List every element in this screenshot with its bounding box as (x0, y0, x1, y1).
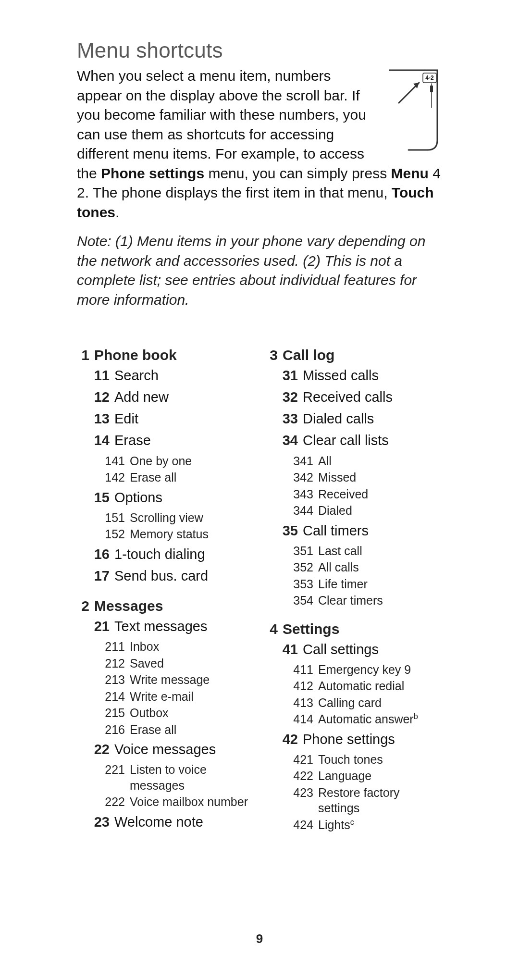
menu-item-row: 13Edit (77, 409, 254, 428)
sub-item-label: One by one (130, 453, 254, 469)
sub-item-row: 151Scrolling view (77, 510, 254, 526)
sub-item-number: 351 (265, 543, 313, 559)
item-number: 35 (265, 521, 298, 540)
sub-item-row: 221Listen to voice messages (77, 762, 254, 793)
svg-rect-3 (430, 86, 433, 92)
sub-item-number: 151 (77, 510, 125, 526)
sub-item-label: Dialed (318, 503, 442, 519)
sub-item-label: Write e-mail (130, 689, 254, 705)
menu-item: 31Missed calls (265, 366, 442, 385)
menu-item: 35Call timers351Last call352All calls353… (265, 521, 442, 608)
sub-item-row: 351Last call (265, 543, 442, 559)
item-number: 33 (265, 409, 298, 428)
sub-item-number: 141 (77, 453, 125, 469)
left-column: 1Phone book11Search12Add new13Edit14Eras… (77, 347, 254, 834)
note-paragraph: Note: (1) Menu items in your phone vary … (77, 232, 442, 310)
section-label: Settings (283, 621, 339, 637)
menu-item-row: 14Erase (77, 431, 254, 450)
sub-item-label: Erase all (130, 722, 254, 738)
sub-item-number: 216 (77, 722, 125, 738)
item-number: 42 (265, 730, 298, 749)
sub-item-list: 351Last call352All calls353Life timer354… (265, 543, 442, 608)
sub-item-list: 221Listen to voice messages222Voice mail… (77, 762, 254, 810)
sub-item-label: Life timer (318, 576, 442, 592)
sub-item-row: 413Calling card (265, 695, 442, 711)
sub-item-row: 423Restore factory settings (265, 785, 442, 816)
item-number: 23 (77, 813, 110, 831)
sub-item-row: 343Received (265, 486, 442, 502)
sub-item-label: Missed (318, 470, 442, 485)
sub-item-number: 341 (265, 453, 313, 469)
sub-item-label: Restore factory settings (318, 785, 442, 816)
sub-item-label: Language (318, 768, 442, 784)
item-label: Add new (114, 388, 254, 407)
section-number: 4 (265, 621, 278, 637)
sub-item-row: 354Clear timers (265, 593, 442, 608)
sub-item-row: 424Lightsc (265, 817, 442, 833)
intro-text-2: menu, you can simply press (204, 165, 391, 181)
sub-item-row: 421Touch tones (265, 752, 442, 768)
sub-item-label: All calls (318, 559, 442, 575)
section-head: 1Phone book (77, 347, 254, 363)
item-list: 21Text messages211Inbox212Saved213Write … (77, 617, 254, 831)
item-number: 16 (77, 545, 110, 564)
section-head: 4Settings (265, 621, 442, 637)
sub-item-label: Inbox (130, 639, 254, 655)
right-column: 3Call log31Missed calls32Received calls3… (265, 347, 442, 834)
page-number: 9 (0, 931, 519, 946)
sub-item-number: 142 (77, 470, 125, 485)
sub-item-number: 421 (265, 752, 313, 768)
sub-item-list: 341All342Missed343Received344Dialed (265, 453, 442, 519)
footnote-marker: b (414, 712, 418, 720)
sub-item-row: 211Inbox (77, 639, 254, 655)
intro-text-1: When you select a menu item, numbers app… (77, 68, 366, 181)
item-number: 17 (77, 567, 110, 585)
section-label: Call log (283, 347, 334, 363)
sub-item-row: 352All calls (265, 559, 442, 575)
sub-item-number: 424 (265, 817, 313, 833)
sub-item-label: Calling card (318, 695, 442, 711)
section-number: 1 (77, 347, 89, 363)
sub-item-number: 414 (265, 711, 313, 727)
sub-item-label: Memory status (130, 526, 254, 542)
section-head: 2Messages (77, 598, 254, 614)
item-label: Send bus. card (114, 567, 254, 585)
sub-item-label: Scrolling view (130, 510, 254, 526)
menu-item: 12Add new (77, 388, 254, 407)
menu-item: 42Phone settings421Touch tones422Languag… (265, 730, 442, 833)
sub-item-row: 412Automatic redial (265, 678, 442, 694)
sub-item-number: 213 (77, 672, 125, 688)
sub-item-label: Write message (130, 672, 254, 688)
sub-item-row: 212Saved (77, 656, 254, 671)
menu-item: 33Dialed calls (265, 409, 442, 428)
sub-item-number: 215 (77, 705, 125, 721)
sub-item-list: 211Inbox212Saved213Write message214Write… (77, 639, 254, 737)
item-list: 31Missed calls32Received calls33Dialed c… (265, 366, 442, 608)
page: Menu shortcuts 4-2 When you select a men… (0, 0, 519, 980)
menu-item-row: 12Add new (77, 388, 254, 407)
item-label: Missed calls (303, 366, 442, 385)
sub-item-label: Erase all (130, 470, 254, 485)
sub-item-label: Last call (318, 543, 442, 559)
menu-item: 15Options151Scrolling view152Memory stat… (77, 488, 254, 542)
sub-item-row: 341All (265, 453, 442, 469)
display-illustration: 4-2 (389, 69, 442, 153)
sub-item-row: 141One by one (77, 453, 254, 469)
item-label: 1-touch dialing (114, 545, 254, 564)
sub-item-number: 222 (77, 794, 125, 810)
menu-item: 14Erase141One by one142Erase all (77, 431, 254, 485)
item-number: 12 (77, 388, 110, 407)
sub-item-number: 352 (265, 559, 313, 575)
menu-item-row: 21Text messages (77, 617, 254, 636)
menu-item: 41Call settings411Emergency key 9412Auto… (265, 640, 442, 727)
sub-item-list: 151Scrolling view152Memory status (77, 510, 254, 542)
menu-item-row: 161-touch dialing (77, 545, 254, 564)
sub-item-label: Lightsc (318, 817, 442, 833)
sub-item-number: 344 (265, 503, 313, 519)
menu-item-row: 42Phone settings (265, 730, 442, 749)
sub-item-row: 353Life timer (265, 576, 442, 592)
menu-item-row: 32Received calls (265, 388, 442, 407)
section-head: 3Call log (265, 347, 442, 363)
item-label: Search (114, 366, 254, 385)
item-label: Clear call lists (303, 431, 442, 450)
